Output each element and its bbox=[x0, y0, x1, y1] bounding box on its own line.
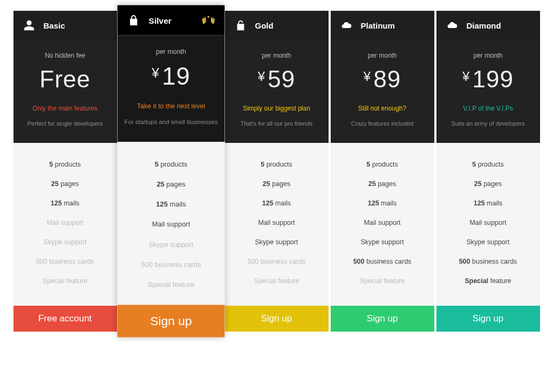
feature-text: mails bbox=[167, 201, 186, 208]
feature-text: Special feature bbox=[360, 277, 405, 285]
price-tagline: Only the main features bbox=[20, 105, 111, 112]
plan-diamond: Diamondper month¥199V.I.P of the V.I.PsS… bbox=[436, 11, 540, 332]
plan-features: 5 products25 pages125 mailsMail supportS… bbox=[331, 143, 434, 306]
feature-row: 500 business cards bbox=[122, 255, 219, 275]
feature-row: Mail support bbox=[230, 213, 323, 232]
feature-bold: 125 bbox=[156, 201, 168, 208]
feature-row: 125 mails bbox=[442, 194, 535, 213]
price-period: No hidden fee bbox=[20, 52, 111, 59]
plan-features: 5 products25 pages125 mailsMail supportS… bbox=[117, 142, 224, 305]
feature-row: 25 pages bbox=[336, 174, 429, 194]
feature-row: 125 mails bbox=[336, 194, 429, 213]
feature-row: 5 products bbox=[19, 155, 112, 174]
feature-text: Skype support bbox=[361, 238, 404, 246]
feature-text: business cards bbox=[470, 258, 517, 265]
currency-symbol: ¥ bbox=[152, 65, 160, 80]
feature-row: Mail support bbox=[442, 213, 535, 232]
feature-bold: 500 bbox=[459, 258, 470, 265]
feature-row: Special feature bbox=[122, 275, 219, 295]
feature-text: Skype support bbox=[148, 241, 193, 249]
plan-title: Silver bbox=[148, 16, 171, 25]
feature-text: 500 business cards bbox=[248, 258, 306, 265]
price-subtag: Perfect for single developers bbox=[20, 120, 111, 128]
cloud-icon bbox=[445, 18, 459, 32]
currency-symbol: ¥ bbox=[462, 69, 470, 84]
feature-bold: 500 bbox=[353, 258, 365, 265]
svg-point-0 bbox=[207, 16, 209, 18]
price-value: 59 bbox=[268, 66, 295, 92]
signup-button[interactable]: Free account bbox=[13, 306, 117, 332]
plan-price-box: per month¥89Still not enough?Crazy featu… bbox=[331, 40, 434, 143]
plan-features: 5 products25 pages125 mailsMail supportS… bbox=[436, 143, 540, 306]
feature-row: Skype support bbox=[442, 232, 535, 252]
feature-bold: 25 bbox=[368, 180, 376, 188]
feature-row: 5 products bbox=[336, 155, 429, 174]
feature-text: Mail support bbox=[152, 221, 189, 228]
feature-text: Skype support bbox=[255, 238, 298, 246]
feature-row: 25 pages bbox=[230, 174, 323, 194]
feature-text: products bbox=[370, 161, 398, 168]
feature-row: 5 products bbox=[230, 155, 323, 174]
feature-row: 25 pages bbox=[442, 174, 535, 194]
price-tagline: Simply our biggest plan bbox=[231, 105, 322, 112]
user-icon bbox=[22, 18, 36, 32]
feature-text: pages bbox=[59, 180, 79, 188]
signup-button[interactable]: Sign up bbox=[225, 306, 329, 332]
feature-text: Special feature bbox=[254, 277, 299, 285]
feature-bold: 125 bbox=[51, 200, 62, 207]
feature-row: 500 business cards bbox=[336, 252, 429, 271]
feature-row: Skype support bbox=[230, 232, 323, 252]
feature-row: 125 mails bbox=[230, 194, 323, 213]
feature-text: Mail support bbox=[258, 219, 295, 226]
feature-row: Skype support bbox=[19, 232, 112, 252]
feature-row: 500 business cards bbox=[442, 252, 535, 271]
plan-title: Platinum bbox=[361, 21, 395, 30]
feature-bold: 25 bbox=[263, 180, 270, 188]
feature-text: Mail support bbox=[364, 219, 400, 226]
feature-text: Special feature bbox=[147, 281, 194, 288]
plan-header: Basic bbox=[13, 11, 117, 40]
price-period: per month bbox=[231, 52, 322, 59]
feature-bold: 125 bbox=[368, 200, 379, 207]
feature-text: mails bbox=[485, 200, 503, 207]
price-value: Free bbox=[39, 66, 90, 92]
plan-platinum: Platinumper month¥89Still not enough?Cra… bbox=[331, 11, 434, 332]
currency-symbol: ¥ bbox=[258, 69, 265, 84]
feature-row: 500 business cards bbox=[230, 252, 323, 271]
price-value: 199 bbox=[472, 66, 513, 92]
plan-price-box: per month¥199V.I.P of the V.I.PsSuits an… bbox=[436, 40, 540, 143]
signup-button[interactable]: Sign up bbox=[436, 306, 540, 332]
feature-text: Skype support bbox=[467, 238, 510, 246]
feature-row: Mail support bbox=[122, 215, 219, 235]
price-subtag: For startups and small businesses bbox=[124, 118, 218, 127]
plan-features: 5 products25 pages125 mailsMail supportS… bbox=[13, 143, 117, 306]
plan-features: 5 products25 pages125 mailsMail supportS… bbox=[225, 143, 329, 306]
feature-row: 25 pages bbox=[122, 175, 219, 195]
feature-text: pages bbox=[164, 181, 185, 188]
feature-text: 500 business cards bbox=[141, 261, 201, 269]
feature-text: business cards bbox=[365, 258, 412, 265]
plan-header: Platinum bbox=[331, 11, 434, 40]
price-amount: Free bbox=[20, 66, 111, 93]
plan-gold: Goldper month¥59Simply our biggest planT… bbox=[225, 11, 329, 332]
feature-text: products bbox=[264, 161, 292, 168]
price-tagline: Still not enough? bbox=[337, 105, 428, 112]
price-period: per month bbox=[443, 52, 534, 59]
price-subtag: Suits an army of developers bbox=[443, 120, 534, 128]
price-tagline: V.I.P of the V.I.Ps bbox=[443, 105, 534, 112]
feature-text: products bbox=[476, 161, 503, 168]
signup-button[interactable]: Sign up bbox=[331, 306, 434, 332]
feature-bold: 25 bbox=[474, 180, 482, 188]
feature-text: Mail support bbox=[46, 219, 83, 226]
plan-silver: Silverper month¥19Take it to the next le… bbox=[117, 5, 224, 338]
plan-price-box: per month¥19Take it to the next levelFor… bbox=[117, 35, 224, 142]
feature-text: mails bbox=[379, 200, 397, 207]
cloud-icon bbox=[339, 18, 353, 32]
feature-text: feature bbox=[488, 277, 511, 285]
signup-button[interactable]: Sign up bbox=[117, 305, 224, 338]
price-amount: ¥199 bbox=[443, 66, 534, 93]
lock-icon bbox=[126, 13, 141, 27]
price-value: 89 bbox=[373, 66, 401, 92]
price-subtag: That's for all our pro friends bbox=[231, 120, 322, 128]
price-period: per month bbox=[337, 52, 428, 59]
